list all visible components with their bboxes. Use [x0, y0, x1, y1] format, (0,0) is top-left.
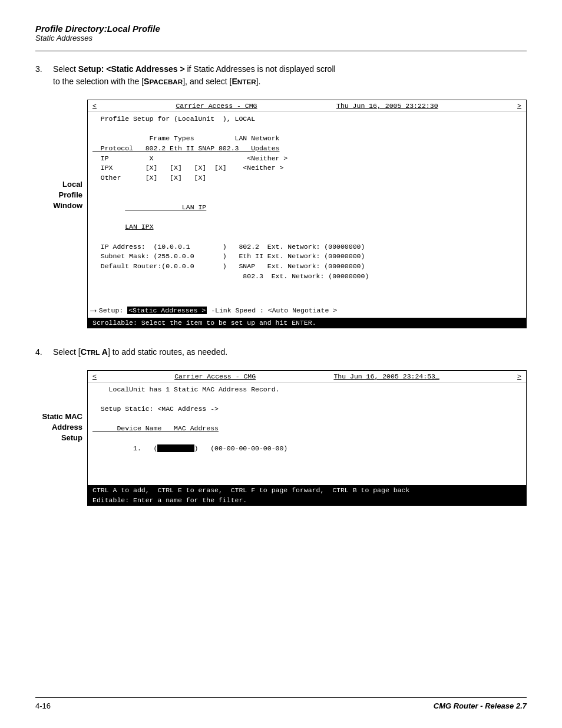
local-profile-label: Local Profile Window: [35, 100, 82, 212]
header-divider: [35, 51, 527, 51]
side-label1: Local Profile Window: [35, 179, 82, 212]
step4-number: 4.: [35, 346, 42, 358]
step3-number: 3.: [35, 63, 42, 75]
step3-instruction: 3. Select Setup: <Static Addresses > if …: [35, 63, 527, 88]
term2-row3: Setup Static: <MAC Address ->: [92, 404, 521, 414]
term2-row4: [92, 414, 521, 424]
term1-title: Carrier Access - CMG: [176, 102, 257, 110]
term1-timestamp: Thu Jun 16, 2005 23:22:30: [336, 102, 438, 110]
term1-row-other: Other [X] [X] [X]: [92, 173, 521, 183]
step4-text: Select [CTRL A] to add static routes, as…: [53, 346, 527, 358]
term1-lan-line3: Default Router:(0.0.0.0 ) SNAP Ext. Netw…: [92, 262, 521, 272]
term2-blank2: [92, 473, 521, 483]
term1-lan-line4: 802.3 Ext. Network: (00000000): [92, 272, 521, 282]
term1-lan-line2: Subnet Mask: (255.0.0.0 ) Eth II Ext. Ne…: [92, 252, 521, 262]
term1-col-headers: Frame Types LAN Network: [92, 134, 521, 144]
term1-header: < Carrier Access - CMG Thu Jun 16, 2005 …: [88, 100, 526, 112]
term2-right-bracket: >: [517, 373, 521, 380]
term2-col-header: Device Name MAC Address: [92, 424, 521, 434]
term2-body: LocalUnit has 1 Static MAC Address Recor…: [88, 383, 526, 486]
term1-body: Profile Setup for (LocalUnit ), LOCAL Fr…: [88, 112, 526, 304]
term1-lan-header: LAN IP LAN IPX: [92, 193, 521, 242]
term2-timestamp: Thu Jun 16, 2005 23:24:53_: [333, 373, 439, 380]
footer-page-number: 4-16: [35, 701, 51, 710]
term2-status-bar1: CTRL A to add, CTRL E to erase, CTRL F t…: [88, 485, 526, 495]
term2-row2: [92, 394, 521, 404]
term1-row-ipx: IPX [X] [X] [X] [X] <Neither >: [92, 163, 521, 173]
term1-blank4: [92, 291, 521, 301]
term1-status-bar: Scrollable: Select the item to be set up…: [88, 318, 526, 328]
term1-setup-row-container: → Setup: <Static Addresses > -Link Speed…: [88, 304, 526, 318]
terminal-window-2: < Carrier Access - CMG Thu Jun 16, 2005 …: [87, 370, 527, 506]
term2-header: < Carrier Access - CMG Thu Jun 16, 2005 …: [88, 371, 526, 383]
term1-row-profile: Profile Setup for (LocalUnit ), LOCAL: [92, 114, 521, 124]
side-label2: Static MAC Address Setup: [35, 411, 82, 444]
setup-static-addresses: <Static Addresses >: [127, 307, 207, 314]
step4-instruction: 4. Select [CTRL A] to add static routes,…: [35, 346, 527, 358]
term1-blank2: [92, 183, 521, 193]
term1-right-bracket: >: [517, 102, 521, 110]
term1-col-sub: Protocol 802.2 Eth II SNAP 802.3 Updates: [92, 144, 521, 154]
term1-row-ip: IP X <Neither >: [92, 154, 521, 164]
term2-blank: [92, 463, 521, 473]
term2-left-bracket: <: [92, 373, 97, 380]
page-footer: 4-16 CMG Router - Release 2.7: [35, 697, 527, 710]
arrow-right: →: [90, 305, 97, 317]
terminal-window-1: < Carrier Access - CMG Thu Jun 16, 2005 …: [87, 100, 527, 328]
page-header: Profile Directory:Local Profile Static A…: [35, 24, 527, 47]
term2-title: Carrier Access - CMG: [174, 373, 256, 380]
term1-lan-line1: IP Address: (10.0.0.1 ) 802.2 Ext. Netwo…: [92, 242, 521, 252]
term2-row1: LocalUnit has 1 Static MAC Address Recor…: [92, 385, 521, 395]
term2-row-entry: 1. ( ) (00-00-00-00-00-00): [92, 434, 521, 463]
term1-row-blank1: [92, 124, 521, 134]
step3-text: Select Setup: <Static Addresses > if Sta…: [53, 63, 527, 88]
term2-status-bar2: Editable: Enter a name for the filter.: [88, 495, 526, 505]
term1-left-bracket: <: [92, 102, 97, 110]
static-mac-label: Static MAC Address Setup: [35, 370, 82, 444]
breadcrumb-sub: Static Addresses: [35, 34, 527, 42]
footer-product: CMG Router - Release 2.7: [434, 701, 527, 710]
term1-setup-line: Setup: <Static Addresses > -Link Speed :…: [99, 306, 526, 315]
breadcrumb-title: Profile Directory:Local Profile: [35, 24, 527, 34]
term1-blank3: [92, 281, 521, 291]
